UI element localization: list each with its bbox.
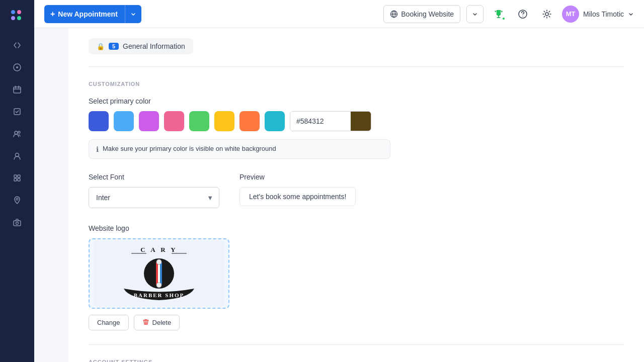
primary-color-label: Select primary color [89,97,624,105]
svg-rect-13 [14,178,17,181]
help-button[interactable] [514,5,532,23]
green-swatch[interactable] [189,111,209,131]
font-select-wrapper: Inter Roboto Open Sans Lato Montserrat ▼ [89,187,219,208]
tab-lock-icon: 🔒 [97,43,105,50]
tab-area: 🔒 5 General Information [89,38,624,54]
svg-point-1 [17,10,21,14]
new-appointment-dropdown-arrow[interactable] [125,5,141,23]
svg-rect-27 [156,262,158,285]
preview-text-box: Let's book some appointments! [239,187,356,206]
packages-icon[interactable] [8,169,26,187]
svg-point-8 [15,131,18,134]
svg-text:C A R Y: C A R Y [140,246,177,253]
app-logo[interactable] [8,6,26,26]
svg-text:BARBER SHOP: BARBER SHOP [134,292,185,298]
info-icon: ℹ [96,145,99,153]
svg-rect-11 [14,175,17,177]
teal-swatch[interactable] [265,111,285,131]
user-menu-chevron [628,11,634,17]
logo-upload-box[interactable]: C A R Y BARBER SHOP [89,238,229,309]
settings-button[interactable] [538,5,556,23]
delete-logo-button[interactable]: Delete [134,315,180,330]
svg-point-0 [11,10,15,14]
color-input-group: #584312 [290,111,371,131]
dashboard-icon[interactable] [8,58,26,76]
orange-swatch[interactable] [239,111,260,131]
blue-swatch[interactable] [89,111,109,131]
globe-icon [390,10,398,18]
logo-label: Website logo [89,224,624,232]
section-divider [89,66,624,67]
new-appointment-button[interactable]: + New Appointment [44,5,141,23]
font-select[interactable]: Inter Roboto Open Sans Lato Montserrat [89,187,219,208]
collapse-icon[interactable] [8,36,26,54]
location-icon[interactable] [8,191,26,209]
svg-point-30 [156,283,162,288]
user-name: Milos Timotic [583,10,624,18]
font-preview-row: Select Font Inter Roboto Open Sans Lato … [89,173,624,208]
logo-actions: Change Delete [89,315,624,330]
team-icon[interactable] [8,125,26,143]
svg-rect-12 [18,175,20,177]
tab-badge: 5 [109,43,119,50]
svg-point-15 [16,198,18,200]
change-logo-button[interactable]: Change [89,315,129,330]
svg-rect-28 [160,262,162,285]
logo-section: Website logo C A R Y [89,224,624,330]
calendar-icon[interactable] [8,80,26,99]
tasks-icon[interactable] [8,103,26,121]
yellow-swatch[interactable] [214,111,234,131]
preview-col: Preview Let's book some appointments! [239,173,356,206]
svg-point-3 [17,16,21,20]
info-notice: ℹ Make sure your primary color is visibl… [89,139,390,159]
font-select-col: Select Font Inter Roboto Open Sans Lato … [89,173,219,208]
svg-point-17 [16,222,19,225]
general-info-tab[interactable]: 🔒 5 General Information [89,38,193,54]
svg-rect-16 [14,221,21,226]
color-swatches-row: #584312 [89,111,624,131]
customization-section-title: CUSTOMIZATION [89,81,624,87]
color-preview-box[interactable] [351,111,371,131]
info-notice-text: Make sure your primary color is visible … [103,145,276,152]
sidebar [0,0,34,362]
booking-website-dropdown[interactable] [466,5,484,23]
main-content: 🔒 5 General Information CUSTOMIZATION Se… [68,28,644,362]
barber-shop-logo: C A R Y BARBER SHOP [94,241,224,306]
svg-point-9 [18,131,20,133]
light-blue-swatch[interactable] [114,111,134,131]
svg-rect-14 [18,178,20,181]
avatar: MT [562,6,579,23]
camera-icon[interactable] [8,213,26,231]
delete-label: Delete [152,319,172,326]
svg-point-21 [522,16,523,17]
pink-swatch[interactable] [164,111,184,131]
new-appointment-plus: + [50,10,55,19]
purple-swatch[interactable] [139,111,159,131]
trophy-button[interactable] [490,5,508,23]
svg-rect-6 [14,87,21,93]
customization-section: CUSTOMIZATION Select primary color #5843… [89,81,624,330]
booking-website-button[interactable]: Booking Website [383,5,460,23]
new-appointment-label: New Appointment [58,10,117,18]
account-settings-title: ACCOUNT SETTINGS [89,359,624,362]
general-info-label: General Information [123,42,185,50]
svg-point-2 [11,16,15,20]
trash-icon [142,318,149,327]
font-label: Select Font [89,173,219,181]
user-menu[interactable]: MT Milos Timotic [562,6,634,23]
svg-point-5 [16,66,18,68]
topbar: + New Appointment Booking Website MT Mil… [34,0,644,28]
svg-point-29 [156,259,162,264]
preview-label: Preview [239,173,356,181]
color-hex-input[interactable]: #584312 [290,112,351,131]
booking-website-label: Booking Website [401,10,454,18]
clients-icon[interactable] [8,147,26,165]
svg-point-22 [545,13,548,16]
account-divider [89,344,624,345]
